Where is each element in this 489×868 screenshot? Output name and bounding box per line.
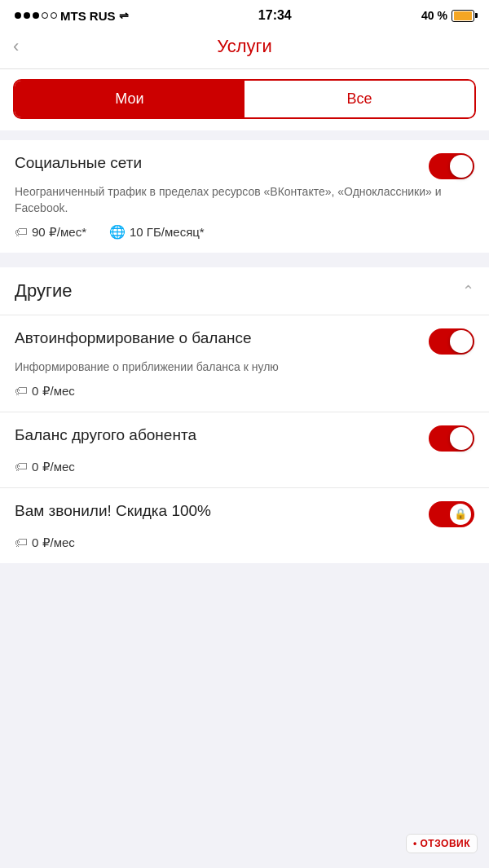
price-label: 0 ₽/мес xyxy=(32,384,75,399)
callback-toggle[interactable]: 🔒 xyxy=(429,501,474,527)
callback-meta: 🏷 0 ₽/мес xyxy=(15,535,474,550)
balanceother-toggle[interactable] xyxy=(429,425,474,452)
callback-title: Вам звонили! Скидка 100% xyxy=(15,501,419,522)
coin-icon: 🏷 xyxy=(15,535,28,550)
dot-2 xyxy=(24,12,30,19)
social-networks-section: Социальные сети Неограниченный трафик в … xyxy=(0,140,489,253)
tab-switcher: Мои Все xyxy=(13,79,476,119)
dot-3 xyxy=(33,12,39,19)
signal-dots xyxy=(15,12,57,19)
autoinform-header: Автоинформирование о балансе xyxy=(15,328,474,355)
price-label: 0 ₽/мес xyxy=(32,460,75,474)
back-button[interactable]: ‹ xyxy=(13,36,46,57)
time-label: 17:34 xyxy=(258,8,292,23)
tab-all[interactable]: Все xyxy=(244,81,474,117)
list-item: Вам звонили! Скидка 100% 🔒 🏷 0 ₽/мес xyxy=(0,488,489,563)
autoinform-desc: Информирование о приближении баланса к н… xyxy=(15,359,474,376)
page-title: Услуги xyxy=(46,36,443,57)
autoinform-meta: 🏷 0 ₽/мес xyxy=(15,384,474,399)
nav-bar: ‹ Услуги xyxy=(0,28,489,69)
toggle-lock-track: 🔒 xyxy=(429,501,474,527)
balanceother-price: 🏷 0 ₽/мес xyxy=(15,460,474,474)
social-networks-meta: 🏷 90 ₽/мес* 🌐 10 ГБ/месяц* xyxy=(15,224,474,240)
list-item: Баланс другого абонента 🏷 0 ₽/мес xyxy=(0,412,489,488)
dot-1 xyxy=(15,12,21,19)
status-bar: MTS RUS ⇌ 17:34 40 % xyxy=(0,0,489,28)
balanceother-title: Баланс другого абонента xyxy=(15,425,419,446)
callback-header: Вам звонили! Скидка 100% 🔒 xyxy=(15,501,474,527)
dot-5 xyxy=(51,12,57,19)
drugie-section: Другие ⌃ Автоинформирование о балансе Ин… xyxy=(0,267,489,563)
coin-icon: 🏷 xyxy=(15,460,28,474)
autoinform-title: Автоинформирование о балансе xyxy=(15,328,419,349)
tab-mine[interactable]: Мои xyxy=(15,81,244,117)
battery-fill xyxy=(454,11,472,20)
autoinform-price: 🏷 0 ₽/мес xyxy=(15,384,474,399)
autoinform-toggle[interactable] xyxy=(429,328,474,355)
callback-price: 🏷 0 ₽/мес xyxy=(15,535,474,550)
price-label: 0 ₽/мес xyxy=(32,535,75,550)
watermark: • ОТЗОВИК xyxy=(406,834,478,853)
status-right: 40 % xyxy=(421,9,474,22)
social-networks-title: Социальные сети xyxy=(15,153,419,174)
chevron-up-icon[interactable]: ⌃ xyxy=(462,282,474,300)
globe-icon: 🌐 xyxy=(109,224,126,240)
price-label: 90 ₽/мес* xyxy=(32,225,86,240)
data-label: 10 ГБ/месяц* xyxy=(130,225,205,239)
battery-percent: 40 % xyxy=(421,9,447,22)
social-networks-header: Социальные сети xyxy=(15,153,474,179)
status-left: MTS RUS ⇌ xyxy=(15,9,129,23)
social-networks-toggle[interactable] xyxy=(429,153,474,179)
social-networks-price: 🏷 90 ₽/мес* xyxy=(15,225,86,240)
balanceother-header: Баланс другого абонента xyxy=(15,425,474,452)
dot-4 xyxy=(42,12,48,19)
section-header-drugie: Другие ⌃ xyxy=(0,267,489,315)
carrier-label: MTS RUS xyxy=(60,9,116,23)
coin-icon: 🏷 xyxy=(15,384,28,399)
wifi-icon: ⇌ xyxy=(119,9,129,22)
list-item: Автоинформирование о балансе Информирова… xyxy=(0,315,489,412)
balanceother-meta: 🏷 0 ₽/мес xyxy=(15,460,474,474)
toggle-thumb xyxy=(450,427,473,450)
social-networks-desc: Неограниченный трафик в пределах ресурсо… xyxy=(15,184,474,216)
toggle-thumb xyxy=(450,155,473,178)
drugie-title: Другие xyxy=(15,280,72,302)
lock-icon: 🔒 xyxy=(450,504,471,525)
battery-icon xyxy=(452,10,474,22)
social-networks-item: Социальные сети Неограниченный трафик в … xyxy=(0,140,489,253)
tab-container: Мои Все xyxy=(0,69,489,130)
toggle-thumb xyxy=(450,330,473,353)
coin-icon: 🏷 xyxy=(15,225,28,240)
social-networks-data: 🌐 10 ГБ/месяц* xyxy=(109,224,205,240)
battery-tip xyxy=(475,13,478,18)
